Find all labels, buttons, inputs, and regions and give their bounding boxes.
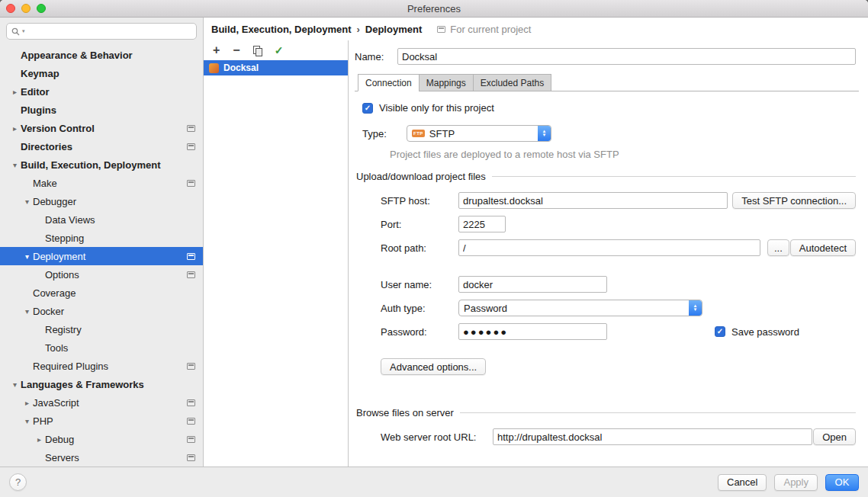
import-icon[interactable]: [275, 44, 284, 56]
sidebar-item-label: Languages & Frameworks: [21, 379, 144, 390]
copy-icon[interactable]: [253, 46, 262, 56]
sidebar-item-debugger[interactable]: ▾Debugger: [0, 192, 203, 210]
password-label: Password:: [381, 326, 458, 338]
sftp-host-input[interactable]: [458, 192, 728, 209]
visible-only-checkbox[interactable]: [362, 103, 373, 114]
sidebar-item-docker[interactable]: ▾Docker: [0, 302, 203, 320]
save-password-checkbox[interactable]: [715, 326, 725, 337]
cancel-button[interactable]: Cancel: [718, 474, 767, 491]
type-select[interactable]: FTP SFTP ▲▼: [407, 125, 551, 142]
save-password-label: Save password: [731, 326, 799, 338]
auth-type-select[interactable]: Password ▲▼: [458, 300, 702, 316]
zoom-window-button[interactable]: [37, 4, 46, 13]
add-icon[interactable]: [213, 43, 220, 57]
name-input[interactable]: [397, 48, 856, 65]
select-arrows-icon: ▲▼: [538, 126, 551, 141]
web-root-label: Web server root URL:: [381, 431, 493, 443]
collapse-arrow-icon[interactable]: ▾: [21, 252, 33, 261]
traffic-lights: [6, 4, 46, 13]
sidebar-item-servers[interactable]: Servers: [0, 448, 203, 467]
expand-arrow-icon[interactable]: ▸: [9, 88, 21, 96]
port-input[interactable]: [458, 216, 506, 232]
sidebar-item-keymap[interactable]: Keymap: [0, 64, 203, 82]
advanced-options-row: Advanced options...: [381, 358, 859, 375]
help-button[interactable]: ?: [9, 473, 27, 491]
auth-type-value: Password: [464, 303, 507, 314]
sidebar-item-label: Coverage: [33, 287, 76, 299]
server-list: Docksal: [204, 60, 348, 467]
collapse-arrow-icon[interactable]: ▾: [9, 380, 21, 389]
sidebar-item-label: Plugins: [21, 104, 56, 116]
remove-icon[interactable]: [233, 43, 240, 57]
sidebar-item-tools[interactable]: Tools: [0, 338, 203, 357]
sidebar-item-build-execution-deployment[interactable]: ▾Build, Execution, Deployment: [0, 156, 203, 174]
sidebar-item-appearance-behavior[interactable]: Appearance & Behavior: [0, 46, 203, 64]
search-input[interactable]: [27, 26, 191, 37]
minimize-window-button[interactable]: [21, 4, 31, 13]
sidebar-item-coverage[interactable]: Coverage: [0, 284, 203, 302]
deployment-split: Docksal Name: ConnectionMappingsExcluded…: [204, 40, 868, 467]
per-project-icon: [187, 271, 195, 278]
sidebar-item-label: Build, Execution, Deployment: [21, 159, 160, 171]
settings-sidebar: ▾ Appearance & BehaviorKeymap▸EditorPlug…: [0, 18, 204, 467]
per-project-icon: [187, 125, 195, 132]
sidebar-item-options[interactable]: Options: [0, 265, 203, 284]
tab-excluded-paths[interactable]: Excluded Paths: [473, 74, 551, 91]
sidebar-item-required-plugins[interactable]: Required Plugins: [0, 357, 203, 375]
user-name-input[interactable]: [458, 276, 607, 293]
test-connection-button[interactable]: Test SFTP connection...: [732, 192, 856, 209]
sidebar-item-stepping[interactable]: Stepping: [0, 229, 203, 247]
sidebar-item-languages-frameworks[interactable]: ▾Languages & Frameworks: [0, 375, 203, 393]
advanced-options-button[interactable]: Advanced options...: [381, 358, 486, 375]
name-row: Name:: [355, 48, 856, 65]
port-row: Port:: [381, 216, 856, 232]
tab-mappings[interactable]: Mappings: [419, 74, 474, 91]
collapse-arrow-icon[interactable]: ▾: [9, 161, 21, 169]
browse-root-button[interactable]: ...: [767, 239, 789, 256]
sidebar-item-deployment[interactable]: ▾Deployment: [0, 247, 203, 265]
sidebar-item-debug[interactable]: ▸Debug: [0, 430, 203, 448]
sidebar-item-label: Options: [45, 269, 79, 281]
web-root-input[interactable]: [493, 428, 812, 445]
expand-arrow-icon[interactable]: ▸: [9, 124, 21, 133]
per-project-icon: [187, 180, 195, 187]
sidebar-item-data-views[interactable]: Data Views: [0, 210, 203, 229]
sidebar-item-label: Deployment: [33, 251, 85, 262]
sidebar-item-plugins[interactable]: Plugins: [0, 101, 203, 119]
sidebar-item-label: Data Views: [45, 214, 95, 226]
sidebar-item-editor[interactable]: ▸Editor: [0, 82, 203, 101]
collapse-arrow-icon[interactable]: ▾: [21, 307, 33, 316]
apply-button[interactable]: Apply: [774, 474, 818, 491]
collapse-arrow-icon[interactable]: ▾: [21, 417, 33, 425]
sidebar-item-registry[interactable]: Registry: [0, 320, 203, 338]
root-path-input[interactable]: [458, 239, 760, 256]
sidebar-item-label: Appearance & Behavior: [21, 50, 133, 61]
right-area: Build, Execution, Deployment › Deploymen…: [204, 18, 868, 467]
titlebar: Preferences: [0, 0, 868, 18]
footer-bar: ? Cancel Apply OK: [0, 467, 868, 497]
breadcrumb-separator: ›: [356, 24, 359, 35]
visible-only-label: Visible only for this project: [379, 102, 494, 114]
sidebar-item-version-control[interactable]: ▸Version Control: [0, 119, 203, 137]
web-root-row: Web server root URL: Open: [381, 428, 856, 445]
sidebar-item-label: Registry: [45, 324, 82, 335]
tab-connection[interactable]: Connection: [358, 74, 420, 91]
save-password-row: Save password: [715, 326, 799, 338]
collapse-arrow-icon[interactable]: ▾: [21, 197, 33, 206]
sidebar-item-directories[interactable]: Directories: [0, 137, 203, 156]
scope-label: For current project: [450, 24, 531, 35]
close-window-button[interactable]: [6, 4, 15, 13]
sidebar-item-php[interactable]: ▾PHP: [0, 412, 203, 430]
autodetect-button[interactable]: Autodetect: [790, 239, 856, 256]
expand-arrow-icon[interactable]: ▸: [21, 399, 33, 407]
type-label: Type:: [362, 128, 407, 139]
sidebar-item-make[interactable]: Make: [0, 174, 203, 192]
ok-button[interactable]: OK: [825, 474, 859, 491]
settings-search[interactable]: ▾: [6, 23, 197, 40]
open-button[interactable]: Open: [813, 428, 856, 445]
expand-arrow-icon[interactable]: ▸: [34, 435, 45, 444]
sidebar-item-javascript[interactable]: ▸JavaScript: [0, 393, 203, 412]
password-input[interactable]: [458, 323, 607, 340]
breadcrumb-section[interactable]: Build, Execution, Deployment: [211, 24, 351, 35]
server-list-item-docksal[interactable]: Docksal: [204, 60, 348, 75]
